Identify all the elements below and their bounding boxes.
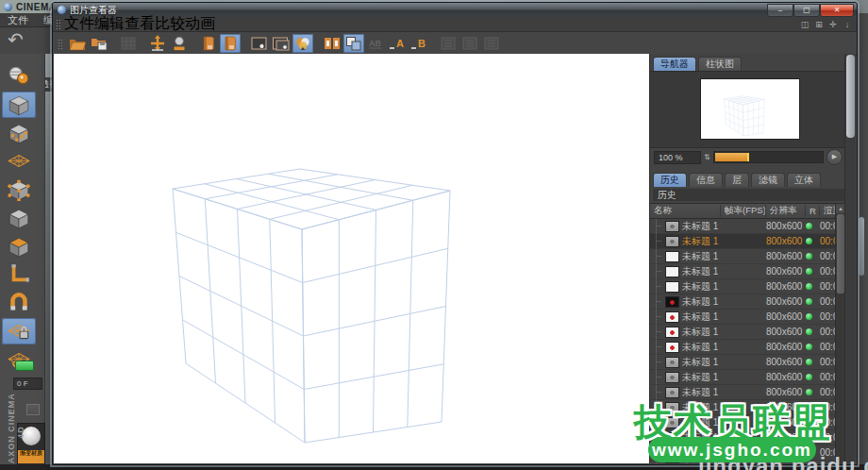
tree-line <box>656 310 666 324</box>
thumbnail-icon <box>666 358 678 367</box>
minimize-button[interactable]: – <box>767 4 793 17</box>
set-b-button[interactable]: B <box>409 34 429 53</box>
ab-compare-button[interactable] <box>322 34 342 53</box>
row-resolution: 800x600 <box>766 221 806 231</box>
tree-line <box>656 355 666 369</box>
close-button[interactable]: ✕ <box>820 4 854 17</box>
filter-disabled-button <box>438 34 459 53</box>
toolbar-separator <box>242 34 248 53</box>
compare-book-button[interactable] <box>220 34 241 53</box>
col-resolution[interactable]: 分辨率 <box>766 205 806 217</box>
navigator-thumbnail[interactable] <box>701 79 799 139</box>
toolbar-separator <box>314 34 321 53</box>
globe-material-icon[interactable] <box>2 63 36 90</box>
cube-points-icon[interactable] <box>2 176 36 203</box>
row-name: 未标题 1 * <box>678 265 721 278</box>
history-row[interactable]: 未标题 1 *800x60000:00:1 <box>650 219 856 234</box>
row-resolution: 800x600 <box>766 342 806 352</box>
cube-orange-top-icon[interactable] <box>2 233 36 260</box>
image-canvas[interactable] <box>54 54 649 463</box>
plane-grid-icon[interactable] <box>2 148 36 175</box>
panel-menu-button[interactable]: ▶ <box>826 149 843 165</box>
axis-icon[interactable] <box>2 261 36 288</box>
magnet-icon[interactable] <box>2 290 36 316</box>
panel-scrollbar[interactable] <box>844 54 856 463</box>
drag-handle[interactable] <box>58 39 63 49</box>
row-resolution: 800x600 <box>766 251 806 261</box>
history-tab-2[interactable]: 层 <box>725 173 749 187</box>
viewer-menu-2[interactable]: 查看 <box>125 15 155 31</box>
zoom-stepper-icon[interactable]: ⇅ <box>704 153 710 161</box>
history-tab-1[interactable]: 信息 <box>689 173 723 187</box>
row-name: 未标题 1 * <box>678 311 721 324</box>
history-book-button[interactable] <box>198 34 219 53</box>
right-scroll-handle[interactable] <box>859 217 864 276</box>
row-name: 未标题 1 * <box>678 295 721 309</box>
zoom-slider[interactable] <box>713 151 824 163</box>
thumbnail-icon <box>666 343 678 352</box>
col-fps[interactable]: 帧率(FPS) <box>721 205 766 217</box>
undock-icon[interactable]: ◫ <box>799 20 810 29</box>
viewer-menu-4[interactable]: 动画 <box>185 15 215 31</box>
set-a-button[interactable]: A <box>387 34 408 53</box>
col-r[interactable]: R <box>806 206 820 216</box>
row-resolution: 800x600 <box>766 281 806 292</box>
drag-handle[interactable] <box>56 19 61 29</box>
multichannel-button[interactable] <box>292 34 313 53</box>
ram-player-button[interactable] <box>169 34 190 53</box>
viewer-menu-1[interactable]: 编辑 <box>94 15 125 31</box>
history-row[interactable]: 未标题 1 *800x60000:00:1 <box>650 310 856 325</box>
history-row[interactable]: 未标题 1 *800x60000:00:1 <box>650 249 856 264</box>
dual-view-button[interactable] <box>271 34 292 53</box>
row-resolution: 800x600 <box>766 357 806 367</box>
fit-position-button[interactable] <box>147 34 168 53</box>
status-dot-icon <box>806 253 812 260</box>
viewer-menu-0[interactable]: 文件 <box>64 15 94 31</box>
single-view-button[interactable] <box>249 34 270 53</box>
cube-gray-icon[interactable] <box>2 205 36 231</box>
stereo-disabled-button <box>459 34 480 53</box>
row-status <box>806 359 820 365</box>
frame-field[interactable]: 0 F <box>13 378 42 390</box>
history-row[interactable]: 未标题 1 *800x60000:00:1 <box>650 264 856 279</box>
undo-icon[interactable]: ↶ <box>8 28 24 51</box>
open-file-button[interactable] <box>67 34 88 53</box>
thumbnail-icon <box>666 267 678 277</box>
navigator-tab-1[interactable]: 柱状图 <box>698 57 742 71</box>
viewer-menu-3[interactable]: 比较 <box>155 15 185 31</box>
mini-grid-icon[interactable] <box>26 404 40 415</box>
history-row[interactable]: 未标题 1 *800x60000:00:1 <box>650 340 856 355</box>
zoom-value-field[interactable]: 100 % <box>654 151 701 164</box>
history-row[interactable]: 未标题 1 *800x60000:00:1 <box>650 370 856 385</box>
navigator-preview <box>650 71 856 148</box>
layout-icon[interactable]: ⊞ <box>813 20 825 29</box>
history-tab-4[interactable]: 立体 <box>787 173 821 187</box>
navigator-tab-0[interactable]: 导航器 <box>653 57 696 71</box>
history-row[interactable]: 未标题 1 *800x60000:00:1 <box>650 325 856 340</box>
dock-icon[interactable]: ↓ <box>842 20 853 29</box>
maximize-button[interactable]: ▢ <box>793 4 820 17</box>
col-name[interactable]: 名称 <box>650 205 721 217</box>
main-menu-0[interactable]: 文件 <box>0 13 36 27</box>
history-row[interactable]: 未标题 1 *800x60000:00:1 <box>650 294 856 310</box>
history-tab-3[interactable]: 滤镜 <box>751 173 785 187</box>
panel-scroll-handle[interactable] <box>846 55 855 138</box>
row-name: 未标题 1 * <box>678 250 721 263</box>
row-status <box>806 298 820 305</box>
toolbar-separator <box>140 34 146 53</box>
svg-text:AB: AB <box>369 39 381 48</box>
cube-checker-icon[interactable] <box>2 120 36 146</box>
history-tab-0[interactable]: 历史 <box>653 173 687 187</box>
history-row[interactable]: 未标题 1 *800x60000:00:1 <box>650 355 856 370</box>
timeline-toggle[interactable] <box>15 361 34 371</box>
history-scroll-handle[interactable] <box>837 214 844 294</box>
cube-primitive-icon[interactable] <box>2 92 36 118</box>
history-row[interactable]: 未标题 1 *800x60000:00:1 <box>650 234 856 249</box>
ab-overlay-button[interactable] <box>343 34 364 53</box>
main-window-title: CINEMA <box>16 2 56 12</box>
grid-lock-icon[interactable] <box>2 318 36 344</box>
row-name: 未标题 1 * <box>678 341 721 354</box>
move-panel-icon[interactable]: ✛ <box>827 20 839 29</box>
save-as-button[interactable] <box>89 34 109 53</box>
history-row[interactable]: 未标题 1 *800x60000:00:1 <box>650 279 856 294</box>
